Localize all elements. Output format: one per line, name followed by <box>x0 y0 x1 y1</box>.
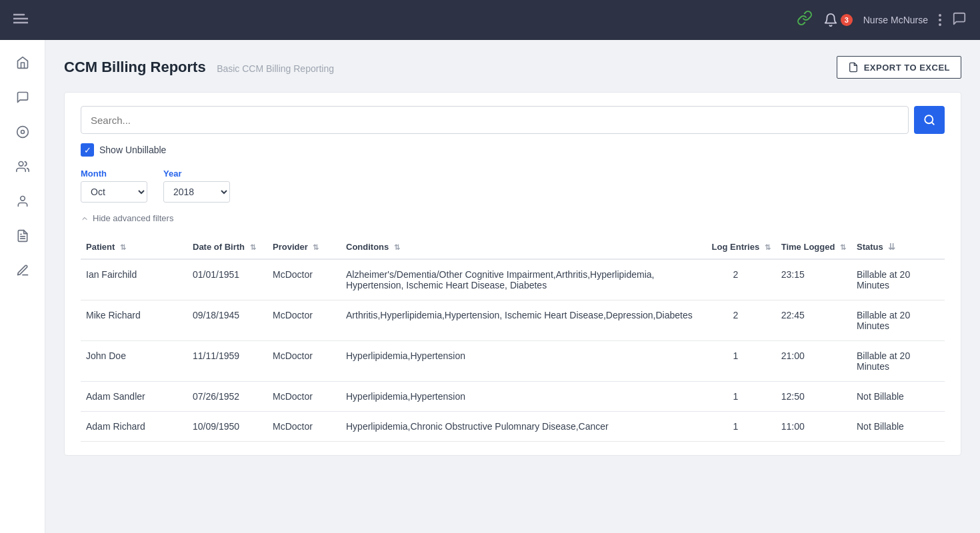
user-name: Nurse McNurse <box>863 15 928 25</box>
topnav: 3 Nurse McNurse <box>0 0 980 40</box>
menu-icon[interactable] <box>13 13 28 27</box>
cell-log-entries: 2 <box>707 300 776 341</box>
table-header-row: Patient ⇅ Date of Birth ⇅ Provider ⇅ Con… <box>81 235 945 259</box>
table-row: Adam Richard 10/09/1950 McDoctor Hyperli… <box>81 412 945 442</box>
search-button[interactable] <box>914 106 945 134</box>
cell-provider: McDoctor <box>267 300 341 341</box>
cell-time-logged: 23:15 <box>776 259 851 300</box>
sidebar-item-report[interactable] <box>8 221 37 251</box>
dots-menu-icon[interactable] <box>939 14 941 26</box>
show-unbillable-label[interactable]: Show Unbillable <box>99 145 166 155</box>
main-card: ✓ Show Unbillable Month JanFebMarApr May… <box>64 92 961 456</box>
month-select[interactable]: JanFebMarApr MayJunJulAug SepOctNovDec <box>81 181 147 203</box>
page-title: CCM Billing Reports <box>64 59 206 75</box>
cell-time-logged: 11:00 <box>776 412 851 442</box>
cell-status: Billable at 20 Minutes <box>851 300 945 341</box>
topnav-left <box>13 13 28 27</box>
page-header: CCM Billing Reports Basic CCM Billing Re… <box>64 56 961 79</box>
cell-provider: McDoctor <box>267 382 341 412</box>
cell-patient: Adam Sandler <box>81 382 187 412</box>
cell-status: Billable at 20 Minutes <box>851 259 945 300</box>
month-filter-group: Month JanFebMarApr MayJunJulAug SepOctNo… <box>81 169 147 203</box>
cell-dob: 07/26/1952 <box>187 382 267 412</box>
sidebar-item-activity[interactable] <box>8 117 37 147</box>
svg-point-3 <box>17 127 28 138</box>
cell-conditions: Arthritis,Hyperlipidemia,Hypertension, I… <box>341 300 707 341</box>
cell-patient: Ian Fairchild <box>81 259 187 300</box>
col-header-provider[interactable]: Provider ⇅ <box>267 235 341 259</box>
billing-table: Patient ⇅ Date of Birth ⇅ Provider ⇅ Con… <box>81 235 945 442</box>
export-btn-label: EXPORT TO EXCEL <box>864 63 950 73</box>
cell-status: Not Billable <box>851 382 945 412</box>
chat-icon[interactable] <box>952 11 967 29</box>
content-area: CCM Billing Reports Basic CCM Billing Re… <box>45 40 980 533</box>
cell-dob: 09/18/1945 <box>187 300 267 341</box>
cell-log-entries: 2 <box>707 259 776 300</box>
cell-time-logged: 12:50 <box>776 382 851 412</box>
cell-provider: McDoctor <box>267 412 341 442</box>
table-row: Adam Sandler 07/26/1952 McDoctor Hyperli… <box>81 382 945 412</box>
sidebar-item-chat[interactable] <box>8 83 37 112</box>
svg-point-5 <box>19 162 23 167</box>
cell-time-logged: 21:00 <box>776 341 851 382</box>
cell-dob: 11/11/1959 <box>187 341 267 382</box>
page-title-area: CCM Billing Reports Basic CCM Billing Re… <box>64 59 334 76</box>
year-label: Year <box>163 169 230 179</box>
cell-conditions: Hyperlipidemia,Hypertension <box>341 382 707 412</box>
cell-dob: 10/09/1950 <box>187 412 267 442</box>
search-row <box>81 106 945 134</box>
table-row: Mike Richard 09/18/1945 McDoctor Arthrit… <box>81 300 945 341</box>
cell-conditions: Alzheimer's/Dementia/Other Cognitive Imp… <box>341 259 707 300</box>
cell-log-entries: 1 <box>707 382 776 412</box>
show-unbillable-row: ✓ Show Unbillable <box>81 143 945 157</box>
col-header-time-logged[interactable]: Time Logged ⇅ <box>776 235 851 259</box>
sidebar-item-user[interactable] <box>8 187 37 216</box>
sidebar-item-home[interactable] <box>8 48 37 77</box>
sidebar-item-edit[interactable] <box>8 256 37 285</box>
cell-patient: Mike Richard <box>81 300 187 341</box>
advanced-filters-toggle[interactable]: Hide advanced filters <box>81 213 945 223</box>
notification-badge: 3 <box>841 14 853 26</box>
export-excel-button[interactable]: EXPORT TO EXCEL <box>837 56 961 79</box>
page-subtitle: Basic CCM Billing Reporting <box>217 63 334 74</box>
cell-patient: John Doe <box>81 341 187 382</box>
main-layout: CCM Billing Reports Basic CCM Billing Re… <box>0 40 980 533</box>
table-row: John Doe 11/11/1959 McDoctor Hyperlipide… <box>81 341 945 382</box>
cell-status: Not Billable <box>851 412 945 442</box>
sidebar <box>0 40 45 533</box>
cell-dob: 01/01/1951 <box>187 259 267 300</box>
cell-conditions: Hyperlipidemia,Hypertension <box>341 341 707 382</box>
billing-table-container: Patient ⇅ Date of Birth ⇅ Provider ⇅ Con… <box>81 235 945 442</box>
svg-point-4 <box>21 131 24 134</box>
col-header-status[interactable]: Status ⇊ <box>851 235 945 259</box>
cell-conditions: Hyperlipidemia,Chronic Obstructive Pulom… <box>341 412 707 442</box>
filters-row: Month JanFebMarApr MayJunJulAug SepOctNo… <box>81 169 945 203</box>
year-filter-group: Year 20162017201820192020 <box>163 169 230 203</box>
col-header-patient[interactable]: Patient ⇅ <box>81 235 187 259</box>
svg-line-10 <box>931 122 933 124</box>
cell-time-logged: 22:45 <box>776 300 851 341</box>
year-select[interactable]: 20162017201820192020 <box>163 181 230 203</box>
col-header-dob[interactable]: Date of Birth ⇅ <box>187 235 267 259</box>
col-header-log-entries[interactable]: Log Entries ⇅ <box>707 235 776 259</box>
table-row: Ian Fairchild 01/01/1951 McDoctor Alzhei… <box>81 259 945 300</box>
advanced-toggle-label: Hide advanced filters <box>93 213 173 223</box>
cell-patient: Adam Richard <box>81 412 187 442</box>
cell-provider: McDoctor <box>267 341 341 382</box>
cell-log-entries: 1 <box>707 341 776 382</box>
link-icon[interactable] <box>797 10 813 30</box>
cell-log-entries: 1 <box>707 412 776 442</box>
topnav-right: 3 Nurse McNurse <box>797 10 967 30</box>
show-unbillable-checkbox[interactable]: ✓ <box>81 143 94 157</box>
search-input[interactable] <box>81 106 909 134</box>
notification-bell[interactable]: 3 <box>823 13 853 27</box>
month-label: Month <box>81 169 147 179</box>
sidebar-item-group[interactable] <box>8 152 37 181</box>
cell-status: Billable at 20 Minutes <box>851 341 945 382</box>
svg-point-6 <box>20 197 25 201</box>
col-header-conditions[interactable]: Conditons ⇅ <box>341 235 707 259</box>
cell-provider: McDoctor <box>267 259 341 300</box>
